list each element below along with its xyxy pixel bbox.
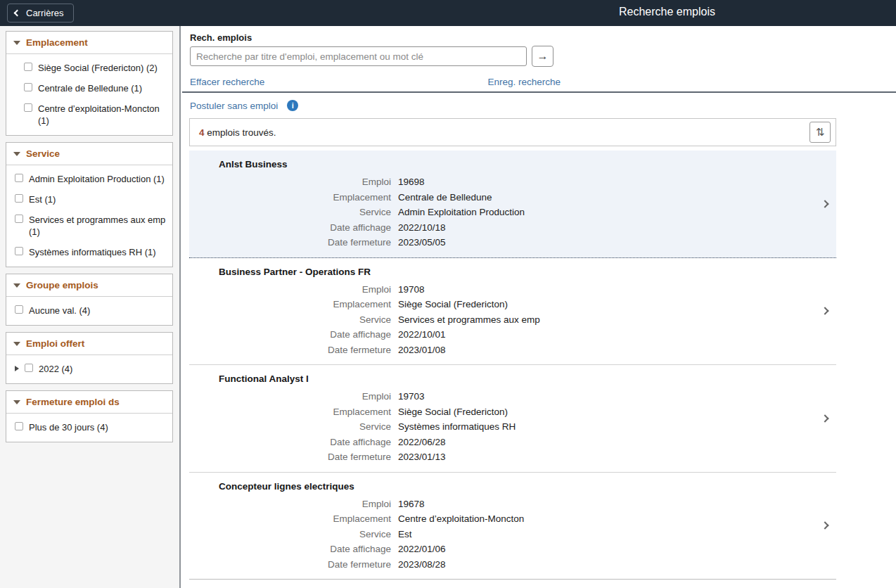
job-field-row: EmplacementSiège Social (Fredericton) [189,297,836,312]
job-field-label: Date fermeture [189,557,391,573]
apply-without-job-link[interactable]: Postuler sans emploi [190,101,278,111]
facet-header[interactable]: Groupe emplois [6,274,172,297]
job-field-row: ServiceSystèmes informatiques RH [189,419,836,435]
checkbox[interactable] [15,194,23,203]
search-submit-button[interactable]: → [532,46,553,67]
facet-items: Plus de 30 jours (4) [6,414,172,442]
job-field-label: Service [189,419,391,435]
job-field-row: Emploi19703 [189,389,836,404]
job-field-row: EmplacementCentrale de Belledune [189,190,836,205]
job-field-row: EmplacementSiège Social (Fredericton) [189,404,836,420]
facet-item-label: Plus de 30 jours (4) [29,421,108,433]
job-field-value: 19708 [398,282,425,298]
job-field-value: 2023/01/08 [398,343,446,358]
facet-item-label: Est (1) [29,193,56,205]
job-field-label: Emploi [189,174,391,190]
facet-title: Fermeture emploi ds [26,397,120,407]
facet-item-label: Centrale de Belledune (1) [38,82,142,94]
main-content: Rech. emplois → Effacer recherche Enreg.… [182,26,896,588]
facet-title: Emplacement [26,37,88,48]
facet-item: Admin Exploitation Production (1) [6,169,172,189]
job-card[interactable]: Anlst BusinessEmploi19698EmplacementCent… [189,151,836,258]
facet-item: Services et programmes aux emp (1) [6,210,172,242]
page-title: Recherche emplois [619,6,715,18]
search-input[interactable] [190,46,527,66]
search-links-row: Effacer recherche Enreg. recherche [190,77,561,91]
chevron-down-icon [13,41,20,45]
results-count-number: 4 [199,127,205,138]
checkbox[interactable] [15,305,23,314]
facet-header[interactable]: Service [6,143,172,165]
job-field-value: 19678 [398,497,425,512]
checkbox[interactable] [15,247,23,255]
job-field-value: Services et programmes aux emp [398,312,540,328]
job-field-value: 2023/05/05 [398,235,446,250]
facet-item-label: Centre d’exploitation-Moncton (1) [38,103,168,127]
job-field-row: Date fermeture2023/05/05 [189,235,836,250]
checkbox[interactable] [15,174,23,182]
search-label: Rech. emplois [190,32,896,43]
job-field-value: 2023/01/13 [398,449,446,465]
job-field-value: Centrale de Belledune [398,190,492,205]
job-field-value: 2022/01/06 [398,542,446,557]
chevron-left-icon [14,10,21,17]
checkbox[interactable] [24,63,32,71]
search-section: Rech. emplois → Effacer recherche Enreg.… [182,26,896,91]
facet-item: 2022 (4) [6,359,172,379]
job-field-row: Date fermeture2023/08/28 [189,557,836,573]
facet-header[interactable]: Fermeture emploi ds [6,391,172,414]
job-field-label: Emplacement [189,511,391,527]
facet-item: Est (1) [6,189,172,210]
job-card[interactable]: Concepteur lignes electriquesEmploi19678… [189,473,836,580]
facet-title: Service [26,148,60,159]
job-field-value: 19698 [398,174,425,190]
job-field-value: Admin Exploitation Production [398,205,525,220]
info-icon[interactable]: i [287,100,298,111]
checkbox[interactable] [24,83,32,91]
job-field-row: Date affichage2022/10/01 [189,327,836,343]
expand-icon[interactable] [15,366,19,371]
sort-button[interactable]: ⇅ [809,122,831,143]
facet-item: Plus de 30 jours (4) [6,417,172,437]
job-field-label: Service [189,527,391,542]
chevron-down-icon [13,152,20,156]
job-card[interactable]: Business Partner - Operations FREmploi19… [189,258,836,366]
checkbox[interactable] [15,215,23,223]
facet-item-label: Admin Exploitation Production (1) [29,173,165,185]
job-field-row: Date affichage2022/10/18 [189,220,836,236]
facet-header[interactable]: Emplacement [6,32,172,54]
facet-header[interactable]: Emploi offert [6,333,172,355]
job-field-label: Emplacement [189,190,391,205]
job-title: Functional Analyst I [219,373,836,384]
clear-search-link[interactable]: Effacer recherche [190,77,264,87]
job-field-label: Emplacement [189,404,391,420]
job-field-value: Siège Social (Fredericton) [398,297,508,312]
chevron-down-icon [13,400,20,404]
facet-items: Siège Social (Fredericton) (2)Centrale d… [6,54,172,135]
job-field-label: Date fermeture [189,449,391,465]
page: Carrières Recherche emplois EmplacementS… [0,0,896,588]
back-button[interactable]: Carrières [7,4,74,23]
save-search-link[interactable]: Enreg. recherche [487,77,561,87]
facet-items: Admin Exploitation Production (1)Est (1)… [6,165,172,267]
chevron-down-icon [13,342,20,346]
job-card[interactable]: Functional Analyst IEmploi19703Emplaceme… [189,365,836,473]
job-field-label: Emploi [189,389,391,404]
job-list: Anlst BusinessEmploi19698EmplacementCent… [189,151,836,580]
job-field-row: Date fermeture2023/01/13 [189,449,836,465]
job-field-label: Service [189,205,391,220]
job-field-label: Date fermeture [189,343,391,358]
facet-box: EmplacementSiège Social (Fredericton) (2… [6,31,173,136]
job-field-value: 2022/06/28 [398,435,446,450]
facet-item-label: Aucune val. (4) [29,305,90,317]
checkbox[interactable] [15,422,23,430]
facet-item: Siège Social (Fredericton) (2) [6,58,172,78]
checkbox[interactable] [25,364,33,372]
facet-title: Emploi offert [26,338,84,349]
filter-sidebar: EmplacementSiège Social (Fredericton) (2… [0,26,181,588]
facet-list: EmplacementSiège Social (Fredericton) (2… [6,31,173,442]
facet-items: Aucune val. (4) [6,297,172,325]
job-field-row: Date fermeture2023/01/08 [189,343,836,358]
job-field-label: Emplacement [189,297,391,312]
checkbox[interactable] [24,103,32,112]
